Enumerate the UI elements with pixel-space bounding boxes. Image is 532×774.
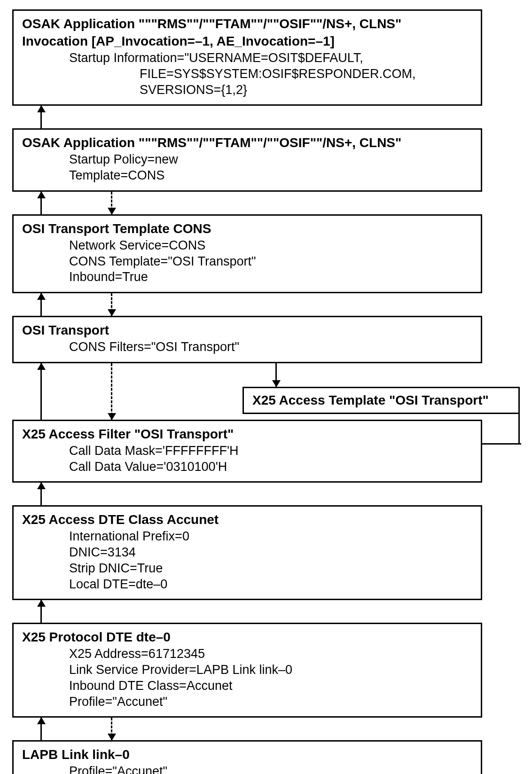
box-osi-transport-template: OSI Transport Template CONS Network Serv… xyxy=(12,214,482,293)
arrow-up-icon xyxy=(40,600,42,623)
box-title: X25 Access Template "OSI Transport" xyxy=(252,393,489,407)
attr-line: Call Data Mask='FFFFFFFF'H xyxy=(69,443,472,459)
attr-line: CONS Filters="OSI Transport" xyxy=(69,339,472,355)
box-title: X25 Protocol DTE dte–0 xyxy=(22,629,472,645)
arrow-up-icon xyxy=(40,106,42,128)
box-x25-dte-class: X25 Access DTE Class Accunet Internation… xyxy=(12,505,482,600)
box-title: OSI Transport xyxy=(22,322,472,338)
connector-gap xyxy=(12,192,520,214)
attr-line: Startup Information="USERNAME=OSIT$DEFAU… xyxy=(69,50,472,66)
attr-line: Profile="Accunet" xyxy=(69,764,472,774)
attr-line: Template=CONS xyxy=(69,168,472,184)
box-title: OSI Transport Template CONS xyxy=(22,220,472,237)
box-osi-transport: OSI Transport CONS Filters="OSI Transpor… xyxy=(12,316,482,363)
arrow-up-icon xyxy=(40,483,42,505)
connector-gap xyxy=(12,483,520,505)
attr-line: Call Data Value='0310100'H xyxy=(69,459,472,475)
attr-line: Network Service=CONS xyxy=(69,238,472,254)
attr-line: Local DTE=dte–0 xyxy=(69,577,472,593)
attr-line: International Prefix=0 xyxy=(69,529,472,545)
attr-line: Startup Policy=new xyxy=(69,152,472,168)
arrow-down-dashed-icon xyxy=(111,293,112,316)
box-attributes: Startup Information="USERNAME=OSIT$DEFAU… xyxy=(22,50,472,98)
arrow-down-dashed-icon xyxy=(111,363,112,420)
box-title: X25 Access DTE Class Accunet xyxy=(22,511,472,528)
box-title: X25 Access Filter "OSI Transport" xyxy=(22,426,472,442)
network-stack-diagram: OSAK Application """RMS""/""FTAM""/""OSI… xyxy=(12,9,520,774)
connector-gap xyxy=(12,106,520,128)
arrow-up-icon xyxy=(40,718,42,740)
box-attributes: Network Service=CONS CONS Template="OSI … xyxy=(22,238,472,285)
connector-gap xyxy=(12,600,520,623)
box-attributes: Call Data Mask='FFFFFFFF'H Call Data Val… xyxy=(22,443,472,475)
attr-line: DNIC=3134 xyxy=(69,545,472,561)
attr-line: Inbound=True xyxy=(69,269,472,285)
arrow-down-dashed-icon xyxy=(111,192,112,214)
box-subtitle: Invocation [AP_Invocation=–1, AE_Invocat… xyxy=(22,33,472,49)
connector-gap-complex: X25 Access Template "OSI Transport" xyxy=(12,363,520,420)
attr-line: Profile="Accunet" xyxy=(69,694,472,710)
box-title: OSAK Application """RMS""/""FTAM""/""OSI… xyxy=(22,16,472,32)
connector-line xyxy=(518,413,520,443)
box-osak-application: OSAK Application """RMS""/""FTAM""/""OSI… xyxy=(12,128,482,192)
box-lapb-link: LAPB Link link–0 Profile="Accunet" xyxy=(12,740,482,774)
attr-line: Link Service Provider=LAPB Link link–0 xyxy=(69,662,472,678)
attr-line: SVERSIONS={1,2} xyxy=(69,82,472,98)
box-attributes: International Prefix=0 DNIC=3134 Strip D… xyxy=(22,529,472,592)
connector-gap xyxy=(12,718,520,740)
arrow-down-icon xyxy=(275,363,277,387)
box-attributes: X25 Address=61712345 Link Service Provid… xyxy=(22,646,472,710)
arrow-up-icon xyxy=(40,293,42,316)
arrow-down-dashed-icon xyxy=(111,718,112,740)
box-title: OSAK Application """RMS""/""FTAM""/""OSI… xyxy=(22,134,472,151)
box-x25-access-filter: X25 Access Filter "OSI Transport" Call D… xyxy=(12,420,482,483)
attr-line: Inbound DTE Class=Accunet xyxy=(69,678,472,694)
attr-line: FILE=SYS$SYSTEM:OSIF$RESPONDER.COM, xyxy=(69,66,472,82)
attr-line: CONS Template="OSI Transport" xyxy=(69,254,472,270)
box-attributes: Startup Policy=new Template=CONS xyxy=(22,152,472,184)
box-x25-access-template: X25 Access Template "OSI Transport" xyxy=(243,387,520,414)
connector-gap xyxy=(12,293,520,316)
box-x25-protocol-dte: X25 Protocol DTE dte–0 X25 Address=61712… xyxy=(12,623,482,718)
box-attributes: CONS Filters="OSI Transport" xyxy=(22,339,472,355)
box-attributes: Profile="Accunet" xyxy=(22,764,472,774)
attr-line: Strip DNIC=True xyxy=(69,561,472,577)
box-title: LAPB Link link–0 xyxy=(22,746,472,763)
attr-line: X25 Address=61712345 xyxy=(69,646,472,662)
box-osak-invocation: OSAK Application """RMS""/""FTAM""/""OSI… xyxy=(12,9,482,106)
arrow-up-icon xyxy=(40,363,42,420)
connector-line xyxy=(482,443,521,445)
arrow-up-icon xyxy=(40,192,42,214)
